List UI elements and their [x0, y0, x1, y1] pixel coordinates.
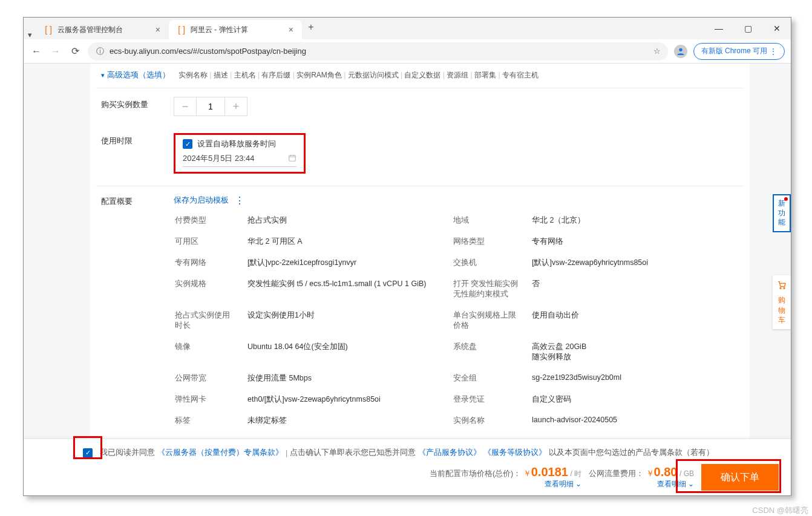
- agree-prefix: 我已阅读并同意: [100, 448, 155, 458]
- cart-icon: [776, 280, 787, 290]
- config-summary: 付费类型抢占式实例 地域华北 2（北京） 可用区华北 2 可用区 A 网络类型专…: [96, 213, 744, 426]
- aliyun-icon: [ ]: [44, 25, 53, 34]
- back-button[interactable]: ←: [30, 46, 43, 57]
- shopping-cart-tab[interactable]: 购 物 车: [773, 275, 791, 329]
- close-icon[interactable]: ×: [289, 25, 293, 34]
- release-datetime-input[interactable]: 2024年5月5日 23:44: [183, 153, 296, 167]
- auto-release-label: 设置自动释放服务时间: [197, 139, 276, 149]
- auto-release-checkbox[interactable]: [183, 139, 192, 149]
- maximize-button[interactable]: ▢: [734, 18, 762, 39]
- price-detail-link[interactable]: 查看明细 ⌄: [545, 480, 581, 488]
- summary-menu-icon[interactable]: ⋮: [235, 195, 244, 206]
- browser-addressbar: ← → ⟳ ⓘ ecs-buy.aliyun.com/ecs/#/custom/…: [24, 39, 791, 64]
- aliyun-icon: [ ]: [177, 25, 186, 34]
- forward-button[interactable]: →: [49, 46, 62, 57]
- confirm-order-button[interactable]: 确认下单: [701, 464, 779, 491]
- chevron-down-icon: ⌄: [575, 480, 581, 488]
- tab-1-title: 云服务器管理控制台: [57, 25, 123, 35]
- sla-link[interactable]: 《服务等级协议》: [483, 448, 546, 458]
- save-template-link[interactable]: 保存为启动模板: [174, 195, 229, 206]
- profile-icon[interactable]: [674, 45, 687, 58]
- service-agreement-link[interactable]: 《产品服务协议》: [418, 448, 481, 458]
- price-value: 0.0181: [531, 465, 568, 478]
- kebab-icon: ⋮: [770, 47, 777, 56]
- url-input[interactable]: ⓘ ecs-buy.aliyun.com/ecs/#/custom/spotPo…: [88, 42, 668, 60]
- tab-2-title: 阿里云 - 弹性计算: [191, 25, 248, 35]
- browser-tabbar: ▾ [ ] 云服务器管理控制台 × [ ] 阿里云 - 弹性计算 × + — ▢…: [24, 18, 791, 39]
- close-window-button[interactable]: ✕: [763, 18, 791, 39]
- quantity-input[interactable]: [197, 101, 224, 112]
- summary-label: 配置概要: [101, 194, 174, 207]
- reload-button[interactable]: ⟳: [68, 45, 82, 57]
- net-detail-link[interactable]: 查看明细 ⌄: [657, 480, 694, 488]
- new-features-tab[interactable]: 新 功 能: [773, 194, 791, 232]
- tab-dropdown[interactable]: ▾: [24, 30, 36, 39]
- price-label: 当前配置市场价格(总价)：: [430, 469, 521, 478]
- svg-point-2: [780, 287, 781, 289]
- svg-point-0: [679, 48, 682, 51]
- terms-link[interactable]: 《云服务器（按量付费）专属条款》: [157, 448, 283, 458]
- increment-button[interactable]: +: [225, 97, 247, 116]
- net-price-label: 公网流量费用：: [589, 469, 644, 478]
- site-info-icon[interactable]: ⓘ: [95, 46, 105, 57]
- tab-2[interactable]: [ ] 阿里云 - 弹性计算 ×: [169, 20, 302, 39]
- new-tab-button[interactable]: +: [302, 22, 320, 35]
- watermark: CSDN @韩曙亮: [752, 505, 808, 516]
- close-icon[interactable]: ×: [156, 25, 160, 34]
- quantity-label: 购买实例数量: [101, 97, 174, 110]
- chevron-down-icon: ⌄: [688, 480, 694, 488]
- quantity-stepper[interactable]: − +: [174, 97, 247, 116]
- calendar-icon: [288, 154, 296, 164]
- chrome-update-pill[interactable]: 有新版 Chrome 可用 ⋮: [693, 43, 785, 60]
- auto-release-highlight: 设置自动释放服务时间 2024年5月5日 23:44: [174, 133, 306, 174]
- tab-1[interactable]: [ ] 云服务器管理控制台 ×: [36, 20, 169, 39]
- decrement-button[interactable]: −: [174, 97, 196, 116]
- duration-label: 使用时限: [101, 133, 174, 146]
- advanced-options-list: 实例名称描述主机名有序后缀实例RAM角色元数据访问模式自定义数据资源组部署集专有…: [178, 70, 539, 80]
- agree-checkbox[interactable]: [83, 448, 93, 458]
- bookmark-icon[interactable]: ☆: [653, 47, 661, 56]
- svg-point-3: [784, 287, 785, 289]
- svg-rect-1: [289, 155, 296, 160]
- net-price-value: 0.80: [654, 465, 678, 478]
- advanced-options-toggle[interactable]: 高级选项（选填）: [101, 70, 170, 80]
- url-text: ecs-buy.aliyun.com/ecs/#/custom/spotPost…: [110, 47, 306, 56]
- minimize-button[interactable]: —: [705, 18, 733, 39]
